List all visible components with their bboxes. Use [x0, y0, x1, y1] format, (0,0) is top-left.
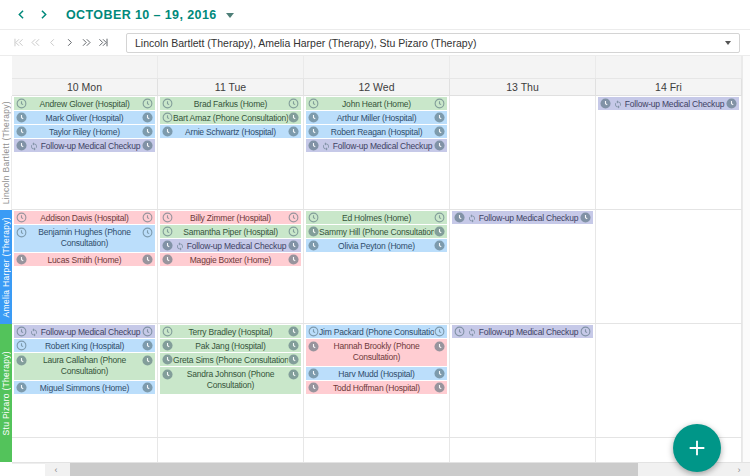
add-appointment-fab[interactable]	[673, 424, 721, 472]
recurrence-icon	[467, 327, 477, 337]
clock-outline-icon	[308, 98, 319, 109]
clock-outline-icon	[142, 326, 153, 337]
day-cell[interactable]	[450, 96, 596, 209]
day-cell[interactable]: Brad Farkus (Home)Bart Arnaz (Phone Cons…	[158, 96, 304, 209]
appointment-chip[interactable]: Pak Jang (Hospital)	[160, 339, 301, 352]
scheduler-grid: Lincoln Bartlett (Therapy)Amelia Harper …	[0, 56, 742, 462]
resource-filter-select[interactable]: Lincoln Bartlett (Therapy), Amelia Harpe…	[126, 33, 740, 53]
resource-row-stu-pizaro-therapy: Follow-up Medical CheckupRobert King (Ho…	[12, 324, 742, 438]
day-header-11-tue: 11 Tue	[158, 79, 304, 95]
appointment-chip[interactable]: Olivia Peyton (Home)	[306, 239, 447, 252]
clock-filled-icon	[16, 126, 27, 137]
day-cell[interactable]: Follow-up Medical Checkup	[596, 96, 742, 209]
clock-filled-icon	[16, 112, 27, 123]
appointment-chip[interactable]: Sammy Hill (Phone Consultation)	[306, 225, 447, 238]
appointment-title: Lucas Smith (Home)	[27, 255, 142, 265]
appointment-title: Arnie Schwartz (Hospital)	[173, 127, 288, 137]
vertical-scrollbar[interactable]	[742, 56, 750, 462]
appointment-title: Hannah Brookly (Phone Consultation)	[319, 339, 434, 363]
appointment-chip[interactable]: Samantha Piper (Hospital)	[160, 225, 301, 238]
appointment-chip[interactable]: Robert King (Hospital)	[14, 339, 155, 352]
appointment-chip[interactable]: Follow-up Medical Checkup	[160, 239, 301, 252]
clock-filled-icon	[16, 355, 27, 366]
appointment-chip[interactable]: Follow-up Medical Checkup	[14, 325, 155, 338]
nav-last-icon[interactable]	[95, 35, 111, 51]
appointment-chip[interactable]: Benjamin Hughes (Phone Consultation)	[14, 225, 155, 252]
appointment-chip[interactable]: John Heart (Home)	[306, 97, 447, 110]
appointment-chip[interactable]: Laura Callahan (Phone Consultation)	[14, 353, 155, 380]
appointment-chip[interactable]: Taylor Riley (Home)	[14, 125, 155, 138]
appointment-chip[interactable]: Ed Holmes (Home)	[306, 211, 447, 224]
appointment-chip[interactable]: Follow-up Medical Checkup	[452, 211, 593, 224]
next-date-chevron-icon[interactable]	[32, 4, 54, 26]
appointment-chip[interactable]: Billy Zimmer (Hospital)	[160, 211, 301, 224]
appointment-chip[interactable]: Arthur Miller (Hospital)	[306, 111, 447, 124]
empty-cell[interactable]	[304, 438, 450, 462]
appointment-title: Sandra Johnson (Phone Consultation)	[173, 367, 288, 391]
clock-outline-icon	[580, 326, 591, 337]
day-cell[interactable]: Follow-up Medical CheckupRobert King (Ho…	[12, 324, 158, 437]
appointment-chip[interactable]: Terry Bradley (Hospital)	[160, 325, 301, 338]
toolbar: Lincoln Bartlett (Therapy), Amelia Harpe…	[0, 30, 750, 56]
appointment-chip[interactable]: Hannah Brookly (Phone Consultation)	[306, 339, 447, 366]
clock-outline-icon	[288, 98, 299, 109]
clock-filled-icon	[162, 369, 173, 380]
day-cell[interactable]: John Heart (Home)Arthur Miller (Hospital…	[304, 96, 450, 209]
appointment-chip[interactable]: Brad Farkus (Home)	[160, 97, 301, 110]
scheduler-body: Andrew Glover (Hospital)Mark Oliver (Hos…	[12, 96, 742, 438]
appointment-chip[interactable]: Follow-up Medical Checkup	[14, 139, 155, 152]
scroll-right-arrow-icon[interactable]: ›	[728, 463, 750, 476]
appointment-chip[interactable]: Jim Packard (Phone Consultation)	[306, 325, 447, 338]
appointment-title: Todd Hoffman (Hospital)	[319, 383, 434, 393]
day-cell[interactable]	[596, 210, 742, 323]
appointment-chip[interactable]: Follow-up Medical Checkup	[598, 97, 739, 110]
appointment-chip[interactable]: Harv Mudd (Hospital)	[306, 367, 447, 380]
clock-filled-icon	[434, 341, 445, 352]
day-cell[interactable]: Terry Bradley (Hospital)Pak Jang (Hospit…	[158, 324, 304, 437]
clock-filled-icon	[142, 126, 153, 137]
scrollbar-track[interactable]	[67, 463, 728, 476]
clock-outline-icon	[434, 212, 445, 223]
prev-date-chevron-icon[interactable]	[10, 4, 32, 26]
day-cell[interactable]: Ed Holmes (Home)Sammy Hill (Phone Consul…	[304, 210, 450, 323]
clock-outline-icon	[288, 212, 299, 223]
nav-next-icon[interactable]	[61, 35, 77, 51]
appointment-chip[interactable]: Robert Reagan (Hospital)	[306, 125, 447, 138]
clock-filled-icon	[162, 340, 173, 351]
appointment-chip[interactable]: Lucas Smith (Home)	[14, 253, 155, 266]
appointment-chip[interactable]: Mark Oliver (Hospital)	[14, 111, 155, 124]
day-cell[interactable]	[596, 324, 742, 437]
date-range-title[interactable]: OCTOBER 10 – 19, 2016	[66, 8, 217, 22]
scroll-left-arrow-icon[interactable]: ‹	[45, 463, 67, 476]
allday-header-row	[12, 56, 742, 78]
day-cell[interactable]: Billy Zimmer (Hospital)Samantha Piper (H…	[158, 210, 304, 323]
appointment-chip[interactable]: Miguel Simmons (Home)	[14, 381, 155, 394]
date-dropdown-caret-icon[interactable]	[226, 13, 234, 22]
appointment-chip[interactable]: Addison Davis (Hospital)	[14, 211, 155, 224]
empty-cell[interactable]	[12, 438, 158, 462]
clock-filled-icon	[454, 212, 465, 223]
empty-cell[interactable]	[158, 438, 304, 462]
appointment-chip[interactable]: Follow-up Medical Checkup	[306, 139, 447, 152]
appointment-chip[interactable]: Arnie Schwartz (Hospital)	[160, 125, 301, 138]
day-cell[interactable]: Jim Packard (Phone Consultation)Hannah B…	[304, 324, 450, 437]
day-cell[interactable]: Andrew Glover (Hospital)Mark Oliver (Hos…	[12, 96, 158, 209]
day-cell[interactable]: Follow-up Medical Checkup	[450, 210, 596, 323]
clock-outline-icon	[16, 212, 27, 223]
appointment-chip[interactable]: Sandra Johnson (Phone Consultation)	[160, 367, 301, 394]
empty-cell[interactable]	[450, 438, 596, 462]
appointment-chip[interactable]: Greta Sims (Phone Consultation)	[160, 353, 301, 366]
appointment-chip[interactable]: Follow-up Medical Checkup	[452, 325, 593, 338]
day-cell[interactable]: Follow-up Medical Checkup	[450, 324, 596, 437]
appointment-chip[interactable]: Maggie Boxter (Home)	[160, 253, 301, 266]
appointment-title: Jim Packard (Phone Consultation)	[319, 327, 434, 337]
appointment-chip[interactable]: Bart Arnaz (Phone Consultation)	[160, 111, 301, 124]
clock-outline-icon	[288, 226, 299, 237]
appointment-chip[interactable]: Andrew Glover (Hospital)	[14, 97, 155, 110]
scrollbar-thumb[interactable]	[70, 463, 638, 476]
appointment-chip[interactable]: Todd Hoffman (Hospital)	[306, 381, 447, 394]
day-cell[interactable]: Addison Davis (Hospital)Benjamin Hughes …	[12, 210, 158, 323]
allday-cell	[12, 56, 158, 78]
nav-next-group-icon[interactable]	[78, 35, 94, 51]
appointment-title: Addison Davis (Hospital)	[27, 213, 142, 223]
